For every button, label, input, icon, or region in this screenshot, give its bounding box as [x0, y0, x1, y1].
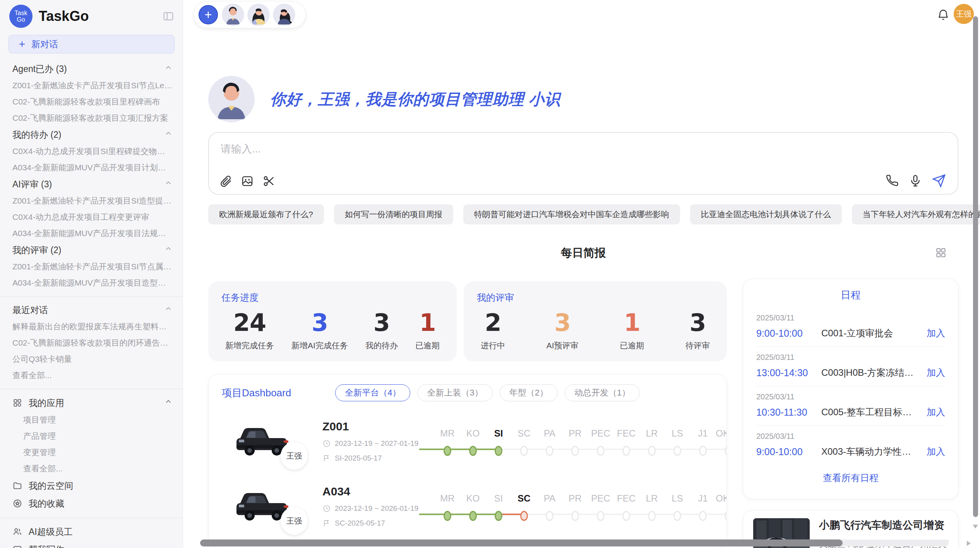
task-progress-title: 任务进度	[221, 291, 444, 304]
suggestion-chip[interactable]: 如何写一份清晰的项目周报	[334, 204, 453, 224]
sidebar-shortcut[interactable]: 我的收藏	[0, 495, 183, 512]
app-item[interactable]: 查看全部...	[0, 461, 183, 477]
milestone-dot-done	[444, 446, 451, 456]
sidebar-section-header[interactable]: AI评审 (3)	[0, 176, 183, 193]
session-avatar[interactable]	[273, 3, 295, 26]
suggestion-chip[interactable]: 特朗普可能对进口汽车增税会对中国车企造成哪些影响	[463, 204, 680, 224]
suggestion-chip[interactable]: 欧洲新规最近颁布了什么?	[208, 204, 324, 224]
milestone-label: PA	[537, 492, 562, 505]
recent-chat-item[interactable]: 解释最新出台的欧盟报废车法规再生塑料比例被调至15%...	[0, 319, 183, 335]
sidebar-tool[interactable]: 帮我写作	[0, 541, 183, 548]
milestone-dot-pending	[546, 446, 553, 456]
recent-chat-item[interactable]: 查看全部...	[0, 367, 183, 384]
send-icon[interactable]	[932, 174, 946, 188]
my-apps-header[interactable]: 我的应用	[0, 394, 183, 412]
dashboard-filter-tab[interactable]: 全新上装（3）	[417, 384, 492, 401]
app-logo-line1: Task	[15, 10, 27, 16]
project-owner-badge: 王强	[281, 507, 308, 535]
milestone-label: OKTB	[716, 492, 727, 505]
milestone-dot-done	[469, 511, 477, 521]
sidebar-task-item[interactable]: C0X4-动力总成开发项目SI里程碑提交物检查	[0, 143, 183, 159]
chevron-up-icon[interactable]	[164, 305, 173, 313]
project-dashboard-card: 项目Dashboard 全新平台（4）全新上装（3）年型（2）动总开发（1） 王…	[208, 374, 727, 548]
view-all-schedule-link[interactable]: 查看所有日程	[756, 472, 945, 484]
schedule-title: 日程	[756, 288, 945, 302]
project-row[interactable]: 王强 Z001 2023-12-19 ~ 2027-01-19 SI-2025-…	[222, 416, 713, 466]
app-item[interactable]: 产品管理	[0, 428, 183, 444]
app-item[interactable]: 变更管理	[0, 444, 183, 461]
sidebar-task-item[interactable]: Z001-全新燃油轻卡产品开发项目SI造型提交物评审	[0, 193, 183, 209]
project-code: Z001	[322, 420, 435, 433]
add-session-button[interactable]	[199, 5, 218, 24]
app-item[interactable]: 项目管理	[0, 412, 183, 428]
sidebar-shortcut[interactable]: 我的云空间	[0, 477, 183, 495]
stat-label: 已逾期	[415, 340, 440, 351]
sidebar-section-header[interactable]: 我的评审 (2)	[0, 241, 183, 259]
horizontal-scrollbar-track[interactable]	[200, 539, 949, 546]
project-row[interactable]: 王强 A034 2023-12-19 ~ 2026-01-19 SC-2025-…	[222, 481, 713, 531]
sidebar-task-item[interactable]: A034-全新新能源MUV产品开发项目计划变更表编写	[0, 159, 183, 176]
stat: 3 新增AI完成任务	[291, 309, 348, 351]
vertical-scrollbar-thumb[interactable]	[973, 16, 978, 517]
schedule-meeting-name: C005-整车工程目标评审	[821, 406, 920, 418]
milestone: PR	[562, 492, 588, 524]
sidebar-task-item[interactable]: Z001-全新燃油轻卡产品开发项目SI节点属性5D文件评审	[0, 259, 183, 275]
dashboard-filter-tab[interactable]: 动总开发（1）	[565, 384, 640, 401]
image-upload-icon[interactable]	[241, 175, 254, 188]
stat: 2 进行中	[481, 309, 505, 351]
scissors-icon[interactable]	[262, 175, 276, 188]
notification-bell-icon[interactable]	[937, 9, 950, 22]
voice-call-icon[interactable]	[886, 174, 899, 188]
join-meeting-link[interactable]: 加入	[927, 406, 945, 418]
sidebar-task-item[interactable]: C0X4-动力总成开发项目工程变更评审	[0, 209, 183, 225]
chevron-up-icon[interactable]	[164, 129, 173, 138]
my-review-title: 我的评审	[477, 291, 714, 304]
sidebar-section-header[interactable]: Agent已办 (3)	[0, 60, 183, 77]
chevron-up-icon[interactable]	[164, 245, 173, 253]
join-meeting-link[interactable]: 加入	[927, 366, 945, 379]
chevron-up-icon[interactable]	[164, 397, 173, 406]
milestone-label: PA	[537, 427, 562, 440]
sidebar-task-item[interactable]: Z001-全新燃油皮卡产品开发项目SI节点Lesson Learn报告	[0, 77, 183, 94]
schedule-item: 2025/03/11 9:00-10:00 C001-立项审批会 加入	[756, 307, 945, 347]
milestone-label: PR	[562, 427, 588, 440]
sidebar-task-item[interactable]: A034-全新新能源MUV产品开发项目法规符合性评审	[0, 225, 183, 241]
scroll-down-arrow-icon[interactable]	[971, 522, 979, 530]
recent-chat-item[interactable]: C02-飞腾新能源轻客改款项目的闭环通告反馈情况	[0, 335, 183, 351]
chevron-up-icon[interactable]	[164, 179, 173, 187]
dashboard-filter-tab[interactable]: 全新平台（4）	[335, 384, 410, 401]
layout-grid-icon[interactable]	[935, 247, 947, 259]
project-date-range: 2023-12-19 ~ 2026-01-19	[335, 504, 418, 513]
user-avatar[interactable]: 王强	[954, 4, 974, 24]
attachment-icon[interactable]	[219, 175, 232, 188]
milestone-dot-pending	[597, 511, 605, 521]
greeting-text: 你好，王强，我是你的项目管理助理 小识	[270, 89, 560, 110]
suggestion-chip[interactable]: 当下年轻人对汽车外观有怎样的喜好趋势	[852, 204, 980, 224]
chevron-up-icon[interactable]	[164, 63, 173, 72]
suggestion-chips: 欧洲新规最近颁布了什么?如何写一份清晰的项目周报特朗普可能对进口汽车增税会对中国…	[208, 204, 958, 224]
scroll-right-arrow-icon[interactable]	[965, 539, 972, 547]
suggestion-chip[interactable]: 比亚迪全固态电池计划具体说了什么	[690, 204, 842, 224]
sidebar-task-item[interactable]: A034-全新新能源MUV产品开发项目造型可行性评审	[0, 275, 183, 291]
session-avatar[interactable]	[222, 3, 244, 26]
join-meeting-link[interactable]: 加入	[927, 445, 945, 458]
stat-value: 3	[547, 309, 579, 336]
recent-chats-header[interactable]: 最近对话	[0, 301, 183, 319]
chat-input-box[interactable]: 请输入...	[208, 132, 958, 195]
milestone-dot-pending	[546, 511, 553, 521]
recent-chat-item[interactable]: 公司Q3轻卡销量	[0, 351, 183, 367]
sidebar-section-title: 我的待办 (2)	[12, 129, 62, 141]
milestone-label: LS	[665, 427, 690, 440]
join-meeting-link[interactable]: 加入	[927, 327, 945, 339]
sidebar-collapse-icon[interactable]	[163, 10, 174, 22]
sidebar-task-item[interactable]: C02-飞腾新能源轻客改款项目立项汇报方案	[0, 110, 183, 126]
sidebar-task-item[interactable]: C02-飞腾新能源轻客改款项目里程碑画布	[0, 94, 183, 110]
horizontal-scrollbar-thumb[interactable]	[200, 539, 843, 546]
dashboard-filter-tab[interactable]: 年型（2）	[500, 384, 558, 401]
new-chat-button[interactable]: 新对话	[9, 35, 175, 53]
session-avatar[interactable]	[247, 3, 270, 26]
sidebar-section-header[interactable]: 我的待办 (2)	[0, 126, 183, 143]
schedule-card: 日程 2025/03/11 9:00-10:00 C001-立项审批会 加入 2…	[743, 279, 959, 499]
microphone-icon[interactable]	[909, 174, 922, 188]
sidebar-tool[interactable]: AI超级员工	[0, 523, 183, 541]
